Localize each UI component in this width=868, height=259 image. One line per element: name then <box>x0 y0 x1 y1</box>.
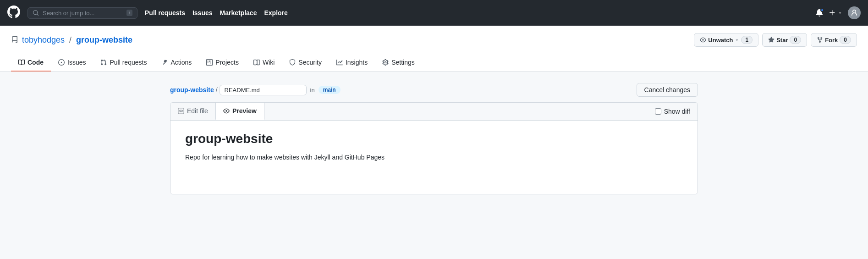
top-nav-links: Pull requests Issues Marketplace Explore <box>145 9 288 17</box>
insights-icon <box>336 59 343 66</box>
tab-actions-label: Actions <box>170 59 192 66</box>
repo-icon <box>11 36 18 44</box>
breadcrumb-file-input[interactable] <box>220 85 307 95</box>
settings-icon <box>382 59 389 66</box>
editor-content: group-website Repo for learning how to m… <box>170 121 698 194</box>
repo-owner[interactable]: tobyhodges <box>22 35 65 45</box>
cancel-changes-button[interactable]: Cancel changes <box>637 83 698 97</box>
tab-wiki[interactable]: Wiki <box>246 54 282 72</box>
breadcrumb-separator: / <box>216 86 218 94</box>
tab-insights-label: Insights <box>346 59 368 66</box>
preview-title: group-website <box>185 132 683 146</box>
repo-header: tobyhodges / group-website Unwatch 1 Sta… <box>0 26 868 72</box>
tab-projects[interactable]: Projects <box>199 54 246 72</box>
star-count: 0 <box>790 36 801 44</box>
repo-title-row: tobyhodges / group-website Unwatch 1 Sta… <box>11 33 857 47</box>
tab-security[interactable]: Security <box>282 54 329 72</box>
nav-pull-requests[interactable]: Pull requests <box>145 9 185 17</box>
tab-issues-label: Issues <box>67 59 86 66</box>
fork-button[interactable]: Fork 0 <box>811 33 857 47</box>
tab-code[interactable]: Code <box>11 54 51 72</box>
tab-pull-requests-label: Pull requests <box>110 59 147 66</box>
tab-pull-requests[interactable]: Pull requests <box>93 54 154 72</box>
repo-sep: / <box>69 35 71 45</box>
nav-issues[interactable]: Issues <box>192 9 213 17</box>
tab-actions[interactable]: Actions <box>154 54 199 72</box>
star-label: Star <box>776 37 788 44</box>
breadcrumb-repo-link[interactable]: group-website <box>170 86 214 94</box>
notifications-button[interactable] <box>816 9 823 17</box>
editor-tabs: Edit file Preview Show diff <box>170 103 698 121</box>
tab-projects-label: Projects <box>215 59 239 66</box>
show-diff-text: Show diff <box>664 108 690 115</box>
nav-explore[interactable]: Explore <box>264 9 287 17</box>
preview-description: Repo for learning how to make websites w… <box>185 154 683 161</box>
breadcrumb-row: group-website / in main Cancel changes <box>170 83 698 97</box>
main-content: group-website / in main Cancel changes E… <box>159 83 709 194</box>
nav-marketplace[interactable]: Marketplace <box>220 9 257 17</box>
actions-icon <box>161 59 168 66</box>
show-diff-checkbox[interactable] <box>655 108 661 115</box>
issues-icon <box>58 59 65 66</box>
search-placeholder: Search or jump to... <box>43 10 94 17</box>
editor-tab-left: Edit file Preview <box>170 103 264 120</box>
top-nav-right <box>816 6 861 19</box>
tab-settings[interactable]: Settings <box>375 54 422 72</box>
unwatch-button[interactable]: Unwatch 1 <box>694 33 758 47</box>
search-bar[interactable]: Search or jump to... / <box>27 7 137 19</box>
search-kbd: / <box>126 10 132 16</box>
top-nav: Search or jump to... / Pull requests Iss… <box>0 0 868 26</box>
tab-issues[interactable]: Issues <box>51 54 93 72</box>
repo-name[interactable]: group-website <box>76 35 132 45</box>
tab-code-label: Code <box>27 59 44 66</box>
projects-icon <box>206 59 213 66</box>
preview-tab[interactable]: Preview <box>216 103 264 120</box>
pr-icon <box>100 59 107 66</box>
edit-file-tab-label: Edit file <box>187 107 208 115</box>
tab-wiki-label: Wiki <box>263 59 275 66</box>
eye-icon <box>700 37 706 43</box>
fork-icon <box>817 37 823 43</box>
fork-label: Fork <box>825 37 838 44</box>
editor-container: Edit file Preview Show diff group-websit… <box>170 102 698 194</box>
github-logo[interactable] <box>7 6 20 21</box>
unwatch-count: 1 <box>741 36 753 44</box>
security-icon <box>289 59 296 66</box>
tab-security-label: Security <box>298 59 322 66</box>
code-brackets-icon <box>178 108 184 114</box>
preview-tab-label: Preview <box>232 107 257 115</box>
star-icon <box>768 37 775 43</box>
branch-badge: main <box>319 86 341 94</box>
eye-tab-icon <box>223 108 230 114</box>
editor-tab-right: Show diff <box>648 104 698 119</box>
repo-actions: Unwatch 1 Star 0 Fork 0 <box>694 33 857 47</box>
code-icon <box>18 59 25 66</box>
wiki-icon <box>253 59 260 66</box>
tab-insights[interactable]: Insights <box>329 54 375 72</box>
repo-tabs: Code Issues Pull requests Actions Projec… <box>11 54 857 72</box>
avatar[interactable] <box>848 6 861 19</box>
unwatch-label: Unwatch <box>708 37 733 44</box>
star-button[interactable]: Star 0 <box>762 33 807 47</box>
create-button[interactable] <box>829 9 842 17</box>
tab-settings-label: Settings <box>391 59 415 66</box>
edit-file-tab[interactable]: Edit file <box>170 103 216 120</box>
fork-count: 0 <box>840 36 851 44</box>
breadcrumb: group-website / in main <box>170 85 341 95</box>
breadcrumb-in-label: in <box>310 87 315 94</box>
show-diff-label[interactable]: Show diff <box>655 108 690 115</box>
notification-dot <box>820 8 824 12</box>
chevron-down-icon <box>735 38 739 42</box>
search-icon <box>33 10 39 16</box>
